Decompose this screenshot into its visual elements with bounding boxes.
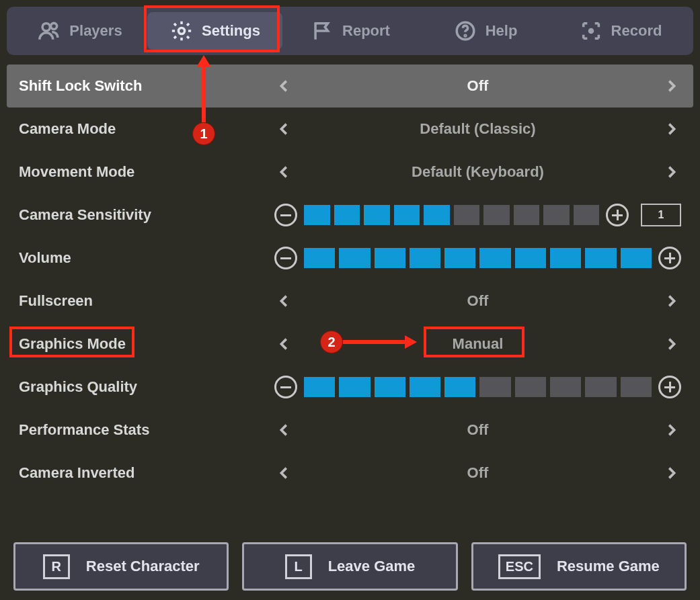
svg-point-4	[465, 35, 466, 36]
segment[interactable]	[543, 205, 570, 225]
chevron-left-icon[interactable]	[274, 459, 295, 487]
segment[interactable]	[339, 377, 370, 397]
row-label: Fullscreen	[19, 292, 274, 310]
row-performance-stats: Performance Stats Off	[7, 409, 693, 452]
segment[interactable]	[394, 205, 420, 225]
segment[interactable]	[304, 377, 335, 397]
selector-value: Default (Classic)	[295, 120, 661, 138]
tab-help[interactable]: Help	[418, 12, 553, 50]
segment[interactable]	[550, 377, 581, 397]
segment-bar[interactable]	[304, 205, 599, 225]
slider-camera-sensitivity: 1	[274, 204, 681, 226]
chevron-right-icon[interactable]	[661, 416, 681, 444]
segment[interactable]	[375, 377, 405, 397]
segment[interactable]	[444, 377, 475, 397]
segment[interactable]	[479, 377, 510, 397]
chevron-left-icon[interactable]	[274, 330, 295, 358]
segment[interactable]	[375, 248, 405, 268]
segment[interactable]	[585, 377, 616, 397]
gear-icon	[169, 19, 194, 43]
chevron-left-icon[interactable]	[274, 416, 295, 444]
segment[interactable]	[515, 248, 546, 268]
selector-value: Manual	[295, 335, 661, 353]
segment[interactable]	[454, 205, 480, 225]
row-movement-mode: Movement Mode Default (Keyboard)	[7, 151, 693, 194]
segment[interactable]	[304, 205, 330, 225]
leave-game-button[interactable]: L Leave Game	[242, 542, 457, 591]
row-graphics-mode: Graphics Mode Manual	[7, 323, 693, 366]
chevron-right-icon[interactable]	[661, 459, 681, 487]
button-label: Resume Game	[557, 558, 660, 575]
tab-report[interactable]: Report	[282, 12, 418, 50]
row-shift-lock: Shift Lock Switch Off	[7, 65, 693, 108]
svg-point-0	[42, 24, 50, 31]
chevron-right-icon[interactable]	[661, 287, 681, 315]
slider-graphics-quality	[274, 376, 681, 398]
row-label: Camera Sensitivity	[19, 206, 274, 224]
segment[interactable]	[621, 248, 652, 268]
tab-players[interactable]: Players	[12, 12, 147, 50]
settings-panel: Shift Lock Switch Off Camera Mode Defaul…	[7, 65, 693, 495]
row-camera-inverted: Camera Inverted Off	[7, 452, 693, 495]
segment[interactable]	[585, 248, 616, 268]
tab-record[interactable]: Record	[553, 12, 688, 50]
segment-bar[interactable]	[304, 248, 652, 268]
tab-label: Players	[69, 22, 122, 40]
tab-settings[interactable]: Settings	[147, 12, 282, 50]
segment[interactable]	[444, 248, 475, 268]
segment[interactable]	[334, 205, 360, 225]
minus-button[interactable]	[274, 376, 297, 398]
chevron-left-icon[interactable]	[274, 72, 295, 100]
annotation-badge-2: 2	[320, 331, 343, 353]
row-volume: Volume	[7, 237, 693, 280]
chevron-left-icon[interactable]	[274, 158, 295, 186]
segment[interactable]	[410, 377, 440, 397]
segment[interactable]	[304, 248, 335, 268]
segment[interactable]	[574, 205, 600, 225]
segment[interactable]	[424, 205, 450, 225]
segment[interactable]	[410, 248, 440, 268]
row-label: Shift Lock Switch	[19, 77, 274, 95]
segment[interactable]	[483, 205, 510, 225]
chevron-left-icon[interactable]	[274, 287, 295, 315]
segment[interactable]	[364, 205, 390, 225]
chevron-right-icon[interactable]	[661, 72, 681, 100]
players-icon	[37, 19, 61, 43]
chevron-right-icon[interactable]	[661, 330, 681, 358]
minus-button[interactable]	[274, 247, 297, 269]
row-label: Graphics Quality	[19, 378, 274, 396]
segment[interactable]	[621, 377, 652, 397]
segment[interactable]	[339, 248, 370, 268]
reset-character-button[interactable]: R Reset Character	[13, 542, 229, 591]
selector-value: Off	[295, 77, 661, 95]
segment-bar[interactable]	[304, 377, 652, 397]
selector-value: Off	[295, 292, 661, 310]
chevron-right-icon[interactable]	[661, 115, 681, 143]
tab-label: Record	[611, 22, 662, 40]
sensitivity-number[interactable]: 1	[641, 204, 681, 226]
row-label: Graphics Mode	[19, 335, 274, 353]
chevron-right-icon[interactable]	[661, 158, 681, 186]
segment[interactable]	[479, 248, 510, 268]
selector-fullscreen: Off	[274, 287, 681, 315]
row-label: Camera Mode	[19, 120, 274, 138]
segment[interactable]	[515, 377, 546, 397]
chevron-left-icon[interactable]	[274, 115, 295, 143]
row-label: Movement Mode	[19, 163, 274, 181]
tab-label: Report	[342, 22, 390, 40]
resume-game-button[interactable]: ESC Resume Game	[471, 542, 687, 591]
plus-button[interactable]	[658, 247, 681, 269]
row-camera-sensitivity: Camera Sensitivity 1	[7, 194, 693, 237]
bottom-button-bar: R Reset Character L Leave Game ESC Resum…	[0, 542, 700, 591]
plus-button[interactable]	[658, 376, 681, 398]
minus-button[interactable]	[274, 204, 297, 226]
selector-movement-mode: Default (Keyboard)	[274, 158, 681, 186]
row-fullscreen: Fullscreen Off	[7, 280, 693, 323]
row-label: Performance Stats	[19, 421, 274, 439]
selector-value: Off	[295, 464, 661, 482]
plus-button[interactable]	[606, 204, 629, 226]
row-graphics-quality: Graphics Quality	[7, 366, 693, 409]
segment[interactable]	[550, 248, 581, 268]
selector-shift-lock: Off	[274, 72, 681, 100]
segment[interactable]	[514, 205, 540, 225]
